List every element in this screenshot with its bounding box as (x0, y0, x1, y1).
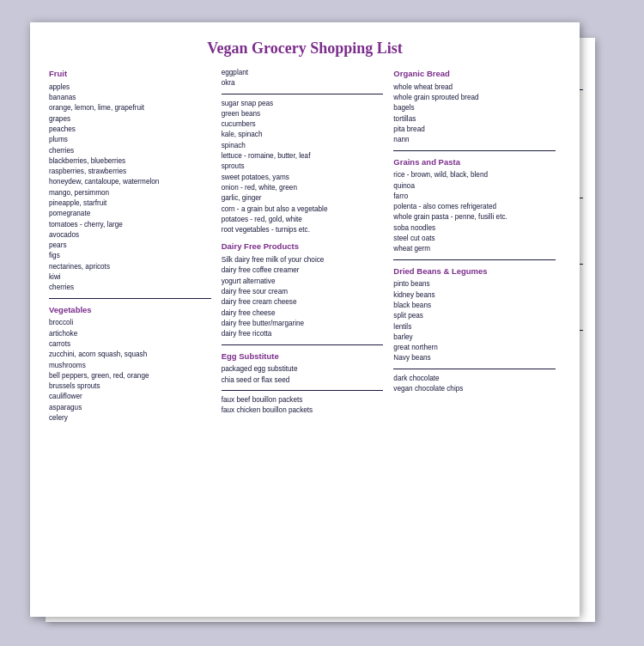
list-item: raspberries, strawberries (49, 167, 211, 177)
list-item: black beans (393, 301, 556, 311)
list-item: dairy free cream cheese (222, 297, 384, 308)
list-item: chia seed or flax seed (222, 375, 384, 386)
list-item: nann (393, 135, 556, 145)
list-item: lentils (393, 322, 556, 332)
column-3: Organic Breadwhole wheat breadwhole grai… (388, 68, 561, 424)
list-item: pears (49, 241, 211, 251)
list-item: eggplant (222, 68, 384, 78)
list-item: carrots (49, 339, 211, 350)
list-item: dark chocolate (393, 374, 556, 384)
list-item: grapes (49, 114, 211, 125)
list-item: bagels (393, 103, 556, 113)
list-item: Navy beans (393, 353, 556, 363)
section-title: Dairy Free Products (222, 241, 384, 253)
list-item: quinoa (393, 181, 556, 192)
list-item: sweet potatoes, yams (222, 173, 384, 183)
page-stack: erbs and Spicesgano, cinnamon, basil etc… (30, 22, 614, 624)
list-item: barley (393, 332, 556, 343)
section-title: Egg Substitute (222, 350, 384, 363)
column-1: Fruitapplesbananasorange, lemon, lime, g… (49, 68, 216, 424)
list-item: asparagus (49, 403, 211, 413)
list-item: tortillas (393, 114, 556, 125)
list-item: peaches (49, 125, 211, 135)
list-item: okra (222, 78, 384, 88)
list-item: farro (393, 192, 556, 202)
list-item: steel cut oats (393, 234, 556, 244)
list-item: lettuce - romaine, butter, leaf (222, 151, 384, 162)
list-item: dairy free sour cream (222, 287, 384, 297)
list-item: dairy free ricotta (222, 329, 384, 339)
list-item: cauliflower (49, 392, 211, 402)
list-item: avocados (49, 230, 211, 241)
list-item: split peas (393, 311, 556, 321)
list-item: dairy free coffee creamer (222, 265, 384, 276)
paper-front: Vegan Grocery Shopping List Fruitapplesb… (30, 22, 580, 617)
list-item: whole wheat bread (393, 82, 556, 93)
list-item: faux chicken bouillon packets (222, 405, 384, 416)
column-2: eggplantokrasugar snap peasgreen beanscu… (216, 68, 389, 424)
list-item: pinto beans (393, 279, 556, 289)
list-item: dairy free cheese (222, 308, 384, 319)
list-item: spinach (222, 141, 384, 151)
list-item: mushrooms (49, 361, 211, 371)
list-item: zucchini, acorn squash, squash (49, 350, 211, 360)
list-item: celery (49, 413, 211, 424)
list-item: nectarines, apricots (49, 262, 211, 272)
list-item: pineapple, starfruit (49, 198, 211, 209)
list-item: kiwi (49, 272, 211, 283)
list-item: blackberries, blueberries (49, 156, 211, 167)
list-item: yogurt alternative (222, 277, 384, 287)
section-divider (222, 344, 384, 345)
list-item: whole grain sprouted bread (393, 93, 556, 103)
section-title: Vegetables (49, 304, 211, 317)
section-title: Fruit (49, 68, 211, 81)
list-item: orange, lemon, lime, grapefruit (49, 103, 211, 113)
list-item: pita bread (393, 125, 556, 135)
section-title: Dried Beans & Legumes (393, 265, 556, 278)
page-title: Vegan Grocery Shopping List (49, 40, 561, 58)
list-item: packaged egg substitute (222, 364, 384, 375)
list-item: cherries (49, 283, 211, 293)
list-item: mango, persimmon (49, 188, 211, 198)
section-divider (393, 150, 556, 151)
list-item: cherries (49, 146, 211, 156)
section-divider (393, 259, 556, 260)
list-item: green beans (222, 109, 384, 119)
section-divider (222, 94, 384, 94)
list-item: polenta - also comes refrigerated (393, 202, 556, 212)
list-item: kale, spinach (222, 130, 384, 140)
list-item: dairy free butter/margarine (222, 319, 384, 329)
list-item: pomegranate (49, 209, 211, 219)
list-item: figs (49, 251, 211, 261)
list-item: bell peppers, green, red, orange (49, 371, 211, 381)
list-item: cucumbers (222, 119, 384, 130)
section-divider (49, 298, 211, 299)
list-item: Silk dairy free milk of your choice (222, 255, 384, 265)
list-item: garlic, ginger (222, 193, 384, 204)
list-item: artichoke (49, 329, 211, 339)
list-item: tomatoes - cherry, large (49, 220, 211, 230)
list-item: wheat germ (393, 244, 556, 254)
list-item: faux beef bouillon packets (222, 395, 384, 405)
list-item: rice - brown, wild, black, blend (393, 170, 556, 180)
list-item: great northern (393, 343, 556, 353)
list-item: kidney beans (393, 290, 556, 301)
list-item: whole grain pasta - penne, fusilli etc. (393, 212, 556, 222)
list-item: corn - a grain but also a vegetable (222, 204, 384, 215)
list-item: plums (49, 135, 211, 145)
section-divider (393, 369, 556, 369)
list-item: apples (49, 82, 211, 93)
section-divider (222, 390, 384, 391)
list-item: root vegetables - turnips etc. (222, 225, 384, 235)
list-item: honeydew, cantaloupe, watermelon (49, 177, 211, 187)
columns-wrapper: Fruitapplesbananasorange, lemon, lime, g… (49, 68, 561, 424)
section-title: Organic Bread (393, 68, 556, 81)
list-item: broccoli (49, 318, 211, 328)
list-item: bananas (49, 93, 211, 103)
list-item: onion - red, white, green (222, 183, 384, 193)
section-title: Grains and Pasta (393, 156, 556, 169)
list-item: soba noodles (393, 223, 556, 234)
list-item: brussels sprouts (49, 381, 211, 392)
list-item: potatoes - red, gold, white (222, 215, 384, 225)
list-item: sprouts (222, 162, 384, 172)
